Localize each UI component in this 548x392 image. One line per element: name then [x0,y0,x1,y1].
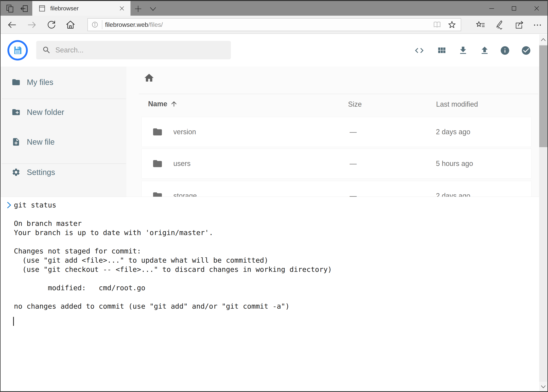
tab-close-icon[interactable] [119,5,125,12]
file-listing: Name Size Last modified version — 2 days… [126,67,539,197]
settings-and-more-icon[interactable] [533,20,542,30]
home-icon[interactable] [65,20,76,30]
terminal-line [14,292,332,301]
url-text: filebrowser.web/files/ [105,21,163,28]
sidebar-item-label: New folder [27,108,64,117]
terminal-line: Changes not staged for commit: [14,246,332,256]
scroll-up-icon[interactable] [539,35,548,45]
file-row-version[interactable]: version — 2 days ago [141,117,532,147]
tab-list-chevron-icon[interactable] [149,7,157,12]
new-tab-icon[interactable] [134,5,142,13]
url-host: filebrowser.web [105,21,148,28]
sidebar-item-new-file[interactable]: New file [0,131,126,153]
url-divider [102,20,102,29]
reading-view-icon[interactable] [432,20,442,29]
sidebar-item-my-files[interactable]: My files [0,71,126,93]
sidebar-item-label: Settings [27,168,55,177]
terminal-line: (use "git checkout -- <file>..." to disc… [14,265,332,274]
sidebar: My files New folder New file Settings [0,67,126,197]
info-icon[interactable] [500,45,510,56]
terminal-line [14,237,332,246]
terminal-line: no changes added to commit (use "git add… [14,301,332,311]
set-tabs-aside-icon[interactable] [20,4,28,13]
terminal-cursor [13,317,14,326]
sidebar-item-settings[interactable]: Settings [0,161,126,183]
grid-view-icon[interactable] [437,45,447,56]
app-header [0,34,539,67]
terminal-panel[interactable]: git status On branch master Your branch … [0,197,539,392]
page-favicon-icon [38,5,46,12]
file-size: — [350,128,357,136]
tab-title: filebrowser [50,5,79,12]
file-name: users [173,160,191,168]
terminal-line [14,210,332,219]
gear-icon [12,168,21,177]
file-modified: 5 hours ago [436,160,473,168]
web-note-pen-icon[interactable] [494,20,504,30]
download-icon[interactable] [458,45,468,56]
sidebar-item-label: My files [27,78,53,87]
search-bar[interactable] [36,41,231,59]
prompt-chevron-icon [6,201,12,210]
file-row-users[interactable]: users — 5 hours ago [141,149,532,178]
folder-icon [12,78,21,87]
favorite-star-icon[interactable] [447,20,457,29]
browser-tab-bar: filebrowser [0,1,548,16]
window-maximize-button[interactable] [505,1,523,16]
switch-view-code-icon[interactable] [414,45,424,56]
tabs-set-aside-preview-icon[interactable] [6,4,14,13]
file-modified: 2 days ago [436,128,470,136]
new-folder-icon [12,108,21,117]
terminal-line: modified: cmd/root.go [14,283,332,292]
folder-icon [152,158,163,169]
favorites-hub-icon[interactable] [475,20,485,30]
column-header-modified[interactable]: Last modified [436,100,478,108]
scroll-down-icon[interactable] [539,382,548,392]
back-icon[interactable] [7,20,17,30]
folder-icon [152,127,163,137]
sidebar-divider [2,99,126,99]
terminal-line: On branch master [14,219,332,228]
upload-icon[interactable] [479,45,490,56]
sidebar-item-new-folder[interactable]: New folder [0,101,126,123]
listing-divider [139,94,538,94]
file-size: — [350,160,357,168]
terminal-command: git status [14,200,332,210]
browser-tab[interactable]: filebrowser [32,1,131,16]
terminal-line: (use "git add <file>..." to update what … [14,256,332,265]
breadcrumb-home-icon[interactable] [144,72,155,83]
file-name: version [173,128,196,136]
refresh-icon[interactable] [47,20,56,30]
column-header-size[interactable]: Size [348,100,362,108]
select-check-icon[interactable] [521,45,531,56]
terminal-line: Your branch is up to date with 'origin/m… [14,228,332,237]
scrollbar[interactable] [539,35,548,392]
search-icon [42,46,51,55]
column-header-name[interactable]: Name [148,100,178,108]
scrollbar-thumb[interactable] [539,45,548,147]
filebrowser-logo[interactable] [7,40,28,61]
share-icon[interactable] [514,20,524,30]
browser-toolbar: filebrowser.web/files/ [0,16,548,34]
site-info-icon[interactable] [91,21,99,28]
terminal-output: git status On branch master Your branch … [14,200,332,311]
column-header-label: Name [148,100,167,108]
window-close-button[interactable] [528,1,545,16]
url-path: /files/ [148,21,163,28]
terminal-line [14,274,332,283]
sort-ascending-icon [170,100,178,108]
search-input[interactable] [55,46,212,54]
forward-icon[interactable] [27,20,37,30]
sidebar-item-label: New file [27,138,55,146]
new-file-icon [12,137,21,146]
address-bar[interactable]: filebrowser.web/files/ [87,18,461,31]
window-minimize-button[interactable] [483,1,500,16]
